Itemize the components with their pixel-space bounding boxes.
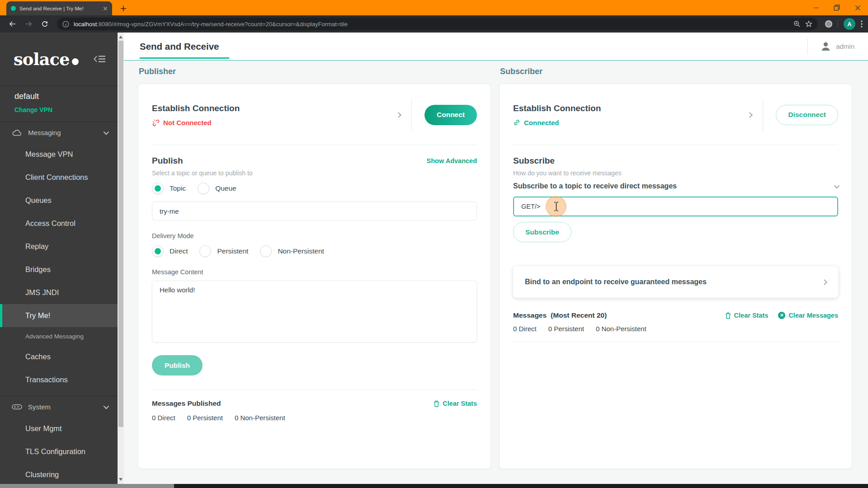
site-info-icon[interactable] <box>62 21 69 28</box>
subscribe-topic-input[interactable] <box>513 197 838 216</box>
horizontal-scrollbar[interactable] <box>0 484 868 488</box>
browser-menu-icon[interactable] <box>861 20 863 28</box>
sidebar-scrollbar[interactable] <box>118 33 124 488</box>
sidebar-item-user-mgmt[interactable]: User Mgmt <box>0 417 118 440</box>
extension-icon[interactable] <box>825 20 832 28</box>
queue-radio-option[interactable]: Queue <box>198 183 236 194</box>
chevron-down-icon[interactable] <box>834 182 838 190</box>
sidebar-item-client-connections[interactable]: Client Connections <box>0 166 118 189</box>
url-path: :8080/#/msg-vpns/ZGVmYXVsdA==/try-me/sen… <box>97 21 348 28</box>
queue-radio[interactable] <box>198 183 209 194</box>
connection-title: Establish Connection <box>152 103 240 113</box>
toolbar-divider <box>838 20 838 28</box>
stat-non-persistent: 0 Non-Persistent <box>596 325 646 333</box>
window-restore-button[interactable] <box>826 0 847 15</box>
sidebar-item-clustering[interactable]: Clustering <box>0 463 118 486</box>
publish-title: Publish <box>152 156 253 166</box>
vpn-block: default Change VPN <box>0 86 118 122</box>
publisher-connection-actions: Connect <box>396 99 477 131</box>
new-tab-button[interactable] <box>118 3 129 14</box>
connection-status: Connected <box>513 119 601 127</box>
connect-button[interactable]: Connect <box>425 105 477 125</box>
header-user-group[interactable]: admin <box>807 38 854 55</box>
browser-profile-avatar[interactable]: A <box>844 18 855 30</box>
message-content-textarea[interactable]: Hello world! <box>152 281 477 343</box>
sidebar-item-tls-configuration[interactable]: TLS Configuration <box>0 440 118 463</box>
sidebar-item-caches[interactable]: Caches <box>0 345 118 368</box>
reload-button[interactable] <box>38 17 52 31</box>
nav-group-messaging[interactable]: Messaging <box>0 122 118 143</box>
browser-titlebar: Send and Receive | Try Me! <box>0 0 868 15</box>
subscriber-divider <box>513 342 838 342</box>
scroll-down-icon[interactable] <box>119 478 123 481</box>
url-bar[interactable]: localhost:8080/#/msg-vpns/ZGVmYXVsdA==/t… <box>57 18 818 30</box>
subscribe-title: Subscribe <box>513 156 622 166</box>
publish-section-head: Publish Select a topic or queue to publi… <box>152 145 477 177</box>
direct-messages-accordion-header[interactable]: Subscribe to a topic to receive direct m… <box>513 182 838 190</box>
sidebar-item-jms-jndi[interactable]: JMS JNDI <box>0 281 118 304</box>
clear-stats-link[interactable]: Clear Stats <box>434 400 477 407</box>
disconnect-button[interactable]: Disconnect <box>776 105 838 125</box>
broken-link-icon <box>152 119 160 127</box>
topic-radio-option[interactable]: Topic <box>152 183 186 194</box>
publish-topic-input[interactable] <box>152 202 477 221</box>
publisher-column: Publisher Establish Connection <box>138 67 491 488</box>
subscriber-connection-row: Establish Connection Connected <box>513 84 838 145</box>
solace-logo: solace <box>14 49 79 69</box>
sidebar-item-queues[interactable]: Queues <box>0 189 118 212</box>
sidebar-nav: Messaging Message VPN Client Connections… <box>0 122 118 486</box>
sidebar-item-try-me[interactable]: Try Me! <box>0 304 118 327</box>
subscriber-section-label: Subscriber <box>499 67 852 79</box>
browser-tab[interactable]: Send and Receive | Try Me! <box>6 1 112 15</box>
message-content-label: Message Content <box>152 268 477 276</box>
scroll-up-icon[interactable] <box>119 36 123 38</box>
bind-endpoint-card[interactable]: Bind to an endpoint to receive guarantee… <box>513 266 838 298</box>
forward-button[interactable] <box>22 17 35 31</box>
topic-radio[interactable] <box>152 183 164 194</box>
sidebar-item-access-control[interactable]: Access Control <box>0 212 118 235</box>
sidebar-item-advanced-messaging[interactable]: Advanced Messaging <box>0 327 118 345</box>
sidebar-item-transactions[interactable]: Transactions <box>0 368 118 391</box>
content-area: Publisher Establish Connection <box>124 61 868 488</box>
page-header: Send and Receive admin <box>124 33 868 61</box>
clear-stats-link[interactable]: Clear Stats <box>725 312 769 319</box>
zoom-page-icon[interactable] <box>793 20 801 28</box>
persistent-radio[interactable] <box>199 245 211 257</box>
subscriber-stats-head: Messages (Most Recent 20) Clear S <box>513 311 838 319</box>
persistent-radio-option[interactable]: Persistent <box>199 245 248 257</box>
bookmark-star-icon[interactable] <box>805 20 812 28</box>
back-button[interactable] <box>5 17 19 31</box>
horizontal-scrollbar-thumb[interactable] <box>0 484 174 488</box>
non-persistent-radio-option[interactable]: Non-Persistent <box>260 245 324 257</box>
chevron-right-icon[interactable] <box>748 111 752 119</box>
change-vpn-link[interactable]: Change VPN <box>14 106 52 113</box>
sidebar-scrollbar-thumb[interactable] <box>118 41 123 427</box>
nav-group-label: System <box>28 403 98 411</box>
sidebar-item-message-vpn[interactable]: Message VPN <box>0 143 118 166</box>
subscribe-button[interactable]: Subscribe <box>513 222 571 242</box>
header-divider <box>807 38 808 55</box>
publisher-stats-values: 0 Direct 0 Persistent 0 Non-Persistent <box>152 414 477 422</box>
publisher-stats-links: Clear Stats <box>434 400 477 407</box>
trash-icon <box>725 312 731 319</box>
nav-group-system[interactable]: System <box>0 396 118 417</box>
clear-messages-link[interactable]: ✕ Clear Messages <box>778 312 838 319</box>
publish-button[interactable]: Publish <box>152 355 203 375</box>
direct-radio[interactable] <box>152 245 164 257</box>
tab-close-icon[interactable] <box>103 6 108 11</box>
window-minimize-button[interactable] <box>806 0 826 15</box>
direct-radio-option[interactable]: Direct <box>152 245 188 257</box>
non-persistent-radio[interactable] <box>260 245 272 257</box>
collapse-sidebar-icon[interactable] <box>94 55 106 63</box>
sidebar-item-bridges[interactable]: Bridges <box>0 258 118 281</box>
show-advanced-link[interactable]: Show Advanced <box>427 157 477 164</box>
sidebar-inner: solace default Change VPN <box>0 33 118 488</box>
delivery-mode-label: Delivery Mode <box>152 232 477 239</box>
subscriber-connection-info: Establish Connection Connected <box>513 103 601 127</box>
system-icon <box>12 404 22 410</box>
chevron-right-icon[interactable] <box>396 111 401 119</box>
direct-radio-label: Direct <box>170 247 188 255</box>
sidebar-item-replay[interactable]: Replay <box>0 235 118 258</box>
vpn-name: default <box>14 92 118 101</box>
window-close-button[interactable] <box>847 0 868 15</box>
